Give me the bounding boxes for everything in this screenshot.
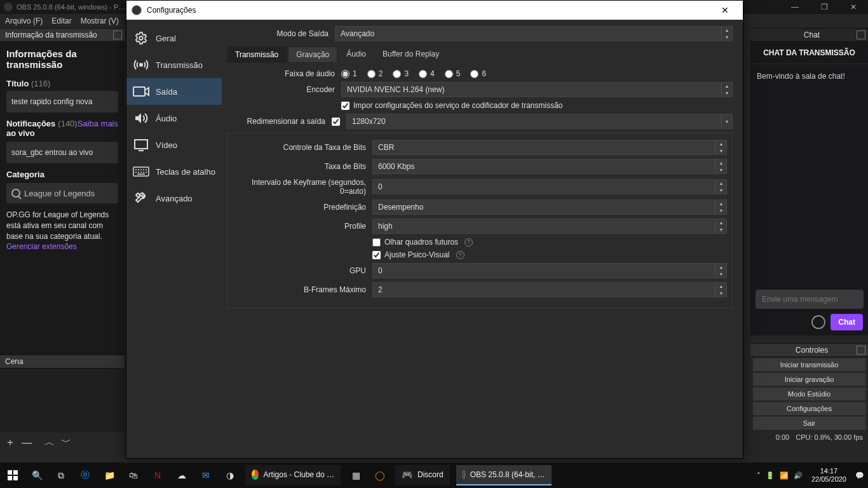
output-mode-select[interactable]: Avançado ▲▼ <box>335 26 733 41</box>
menu-file[interactable]: Arquivo (F) <box>5 17 43 25</box>
nav-advanced[interactable]: Avançado <box>126 185 222 212</box>
bitrate-input[interactable]: 6000 Kbps ▲▼ <box>372 159 727 174</box>
ext-link[interactable]: Gerenciar extensões <box>6 242 77 251</box>
taskbar-chrome[interactable]: Artigos - Clube do … <box>245 465 341 485</box>
taskbar-obs[interactable]: OBS 25.0.8 (64-bit, … <box>456 465 552 485</box>
lookahead-checkbox[interactable]: Olhar quadros futuros ? <box>372 238 727 247</box>
battery-icon[interactable]: 🔋 <box>766 471 775 480</box>
nav-video[interactable]: Vídeo <box>126 132 222 158</box>
rate-control-select[interactable]: CBR ▲▼ <box>372 140 727 155</box>
stream-info-header[interactable]: Informação da transmissão <box>0 28 125 42</box>
enforce-checkbox[interactable]: Impor configurações do serviço de codifi… <box>341 101 733 110</box>
tab-audio[interactable]: Áudio <box>339 46 374 63</box>
mail-icon[interactable]: ✉ <box>197 466 215 484</box>
chat-input[interactable] <box>756 290 864 309</box>
settings-gear-icon[interactable] <box>811 315 825 329</box>
category-search[interactable]: League of Legends <box>6 183 118 203</box>
netflix-icon[interactable]: N <box>149 466 166 484</box>
edge-icon[interactable]: ⓔ <box>76 466 94 484</box>
chat-send-button[interactable]: Chat <box>831 314 863 330</box>
title-label: Título <box>6 79 29 88</box>
start-stream-button[interactable]: Iniciar transmissão <box>752 358 866 372</box>
preset-label: Predefinição <box>233 203 372 212</box>
help-icon[interactable]: ? <box>456 251 465 259</box>
rescale-value: 1280x720 <box>346 114 721 129</box>
keyframe-input[interactable]: 0 ▲▼ <box>372 179 727 194</box>
tab-replay[interactable]: Buffer do Replay <box>375 46 447 63</box>
steam-icon[interactable]: ◑ <box>221 466 239 484</box>
taskview-icon[interactable]: ⧉ <box>52 466 70 484</box>
notif-value: sora_gbc entrou ao vivo <box>6 142 118 163</box>
track-6[interactable]: 6 <box>470 69 486 78</box>
controls-header[interactable]: Controles <box>750 343 868 357</box>
encoder-select[interactable]: NVIDIA NVENC H.264 (new) ▲▼ <box>341 82 733 97</box>
taskbar-discord[interactable]: 🎮Discord <box>395 465 450 485</box>
chat-popout-icon[interactable] <box>857 30 865 39</box>
tray-up-icon[interactable]: ˄ <box>757 471 761 480</box>
search-icon[interactable]: 🔍 <box>28 466 46 484</box>
epic-icon[interactable]: ▦ <box>347 466 365 484</box>
gpu-input[interactable]: 0 ▲▼ <box>372 263 727 278</box>
maximize-button[interactable]: ❐ <box>810 0 839 14</box>
gpu-value: 0 <box>372 263 715 278</box>
title-input[interactable]: teste rapido config nova <box>6 91 118 112</box>
dock-popout-icon[interactable] <box>113 30 122 39</box>
bitrate-label: Taxa de Bits <box>233 162 372 171</box>
origin-icon[interactable]: ◯ <box>371 466 389 484</box>
exit-button[interactable]: Sair <box>752 416 866 430</box>
track-1[interactable]: 1 <box>341 69 357 78</box>
settings-titlebar[interactable]: Configurações ✕ <box>126 1 743 20</box>
volume-icon[interactable]: 🔊 <box>794 471 803 480</box>
nav-hotkeys[interactable]: Teclas de atalho <box>126 158 222 185</box>
rescale-label: Redimensionar a saída <box>227 117 332 126</box>
bframes-input[interactable]: 2 ▲▼ <box>372 282 727 297</box>
rescale-select[interactable]: 1280x720 ▼ <box>346 114 733 129</box>
rate-control-label: Controle da Taxa de Bits <box>233 143 372 152</box>
remove-scene-button[interactable]: — <box>22 437 32 449</box>
tab-recording[interactable]: Gravação <box>288 46 337 63</box>
help-icon[interactable]: ? <box>465 238 473 247</box>
nav-output[interactable]: Saída <box>126 78 222 105</box>
chat-input-row: ☺ <box>750 285 868 314</box>
scene-down-button[interactable]: ﹀ <box>61 436 71 449</box>
chat-dock-header[interactable]: Chat <box>750 28 868 42</box>
taskbar-right: ˄ 🔋 📶 🔊 14:17 22/05/2020 💬 <box>757 467 864 484</box>
soundcloud-icon[interactable]: ☁ <box>173 466 191 484</box>
controls-popout-icon[interactable] <box>857 346 865 355</box>
notif-link[interactable]: Saiba mais <box>78 119 118 128</box>
track-5[interactable]: 5 <box>445 69 461 78</box>
tab-streaming[interactable]: Transmissão <box>227 46 287 63</box>
broadcast-icon <box>133 58 149 72</box>
profile-select[interactable]: high ▲▼ <box>372 219 727 234</box>
settings-button[interactable]: Configurações <box>752 402 866 416</box>
nav-general[interactable]: Geral <box>126 25 222 51</box>
add-scene-button[interactable]: ＋ <box>5 436 15 449</box>
notification-icon[interactable]: 💬 <box>855 471 864 480</box>
preset-select[interactable]: Desempenho ▲▼ <box>372 200 727 215</box>
taskbar-clock[interactable]: 14:17 22/05/2020 <box>808 467 850 484</box>
audio-track-label: Faixa de áudio <box>227 69 341 78</box>
scene-up-button[interactable]: ︿ <box>44 436 55 449</box>
rescale-checkbox[interactable] <box>332 118 340 126</box>
nav-stream[interactable]: Transmissão <box>126 51 222 78</box>
start-button[interactable] <box>4 466 22 484</box>
start-recording-button[interactable]: Iniciar gravação <box>752 372 866 386</box>
track-3[interactable]: 3 <box>393 69 409 78</box>
settings-close-button[interactable]: ✕ <box>712 5 738 15</box>
output-tabs: Transmissão Gravação Áudio Buffer do Rep… <box>227 46 733 63</box>
store-icon[interactable]: 🛍 <box>125 466 142 484</box>
studio-mode-button[interactable]: Modo Estúdio <box>752 387 866 401</box>
menu-edit[interactable]: Editar <box>51 17 71 25</box>
track-2[interactable]: 2 <box>367 69 383 78</box>
psycho-checkbox[interactable]: Ajuste Psico-Visual ? <box>372 250 727 259</box>
scene-list[interactable] <box>0 369 125 432</box>
nav-audio[interactable]: Áudio <box>126 105 222 132</box>
minimize-button[interactable]: — <box>780 0 810 14</box>
menu-show[interactable]: Mostrar (V) <box>81 17 119 25</box>
explorer-icon[interactable]: 📁 <box>100 466 118 484</box>
close-button[interactable]: ✕ <box>839 0 868 14</box>
stream-info-body: Informações da transmissão Título (116) … <box>0 42 125 259</box>
wifi-icon[interactable]: 📶 <box>780 471 789 480</box>
scenes-header[interactable]: Cena <box>0 355 125 369</box>
track-4[interactable]: 4 <box>419 69 435 78</box>
